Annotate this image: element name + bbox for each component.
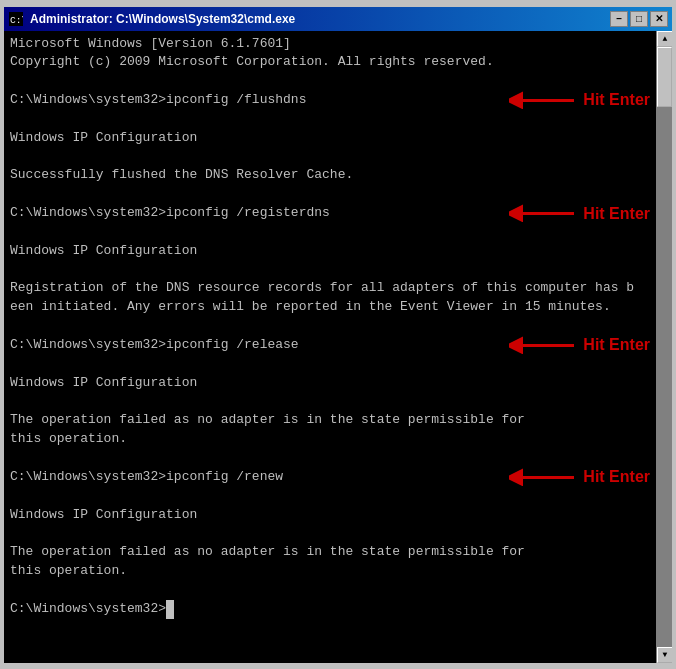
line-14: Registration of the DNS resource records… [10, 279, 650, 298]
line-27 [10, 524, 650, 543]
window-controls: – □ ✕ [610, 11, 668, 27]
arrow-release [509, 335, 579, 355]
arrow-registerdns [509, 204, 579, 224]
scroll-track[interactable] [657, 47, 672, 647]
line-28: The operation failed as no adapter is in… [10, 543, 650, 562]
line-30 [10, 581, 650, 600]
scrollbar[interactable]: ▲ ▼ [656, 31, 672, 663]
terminal-lines: Microsoft Windows [Version 6.1.7601] Cop… [10, 35, 650, 663]
line-17: C:\Windows\system32>ipconfig /release Hi… [10, 336, 650, 355]
line-11 [10, 223, 650, 242]
cmd-text-release: C:\Windows\system32>ipconfig /release [10, 336, 299, 355]
hit-enter-label-3: Hit Enter [583, 334, 650, 357]
arrow-flushdns [509, 90, 579, 110]
svg-text:C:\: C:\ [10, 15, 23, 26]
annotation-registerdns: Hit Enter [509, 202, 650, 225]
line-24: C:\Windows\system32>ipconfig /renew Hit … [10, 468, 650, 487]
line-5 [10, 110, 650, 129]
cmd-icon: C:\ [8, 11, 24, 27]
annotation-renew: Hit Enter [509, 466, 650, 489]
line-2: Copyright (c) 2009 Microsoft Corporation… [10, 53, 650, 72]
line-10: C:\Windows\system32>ipconfig /registerdn… [10, 204, 650, 223]
blank-area [10, 619, 650, 663]
line-31: C:\Windows\system32> [10, 600, 650, 619]
hit-enter-label-2: Hit Enter [583, 202, 650, 225]
line-26: Windows IP Configuration [10, 506, 650, 525]
line-22: this operation. [10, 430, 650, 449]
arrow-renew [509, 467, 579, 487]
line-8: Successfully flushed the DNS Resolver Ca… [10, 166, 650, 185]
line-20 [10, 393, 650, 412]
scroll-up-button[interactable]: ▲ [657, 31, 672, 47]
close-button[interactable]: ✕ [650, 11, 668, 27]
line-19: Windows IP Configuration [10, 374, 650, 393]
restore-button[interactable]: □ [630, 11, 648, 27]
line-18 [10, 355, 650, 374]
scroll-thumb[interactable] [657, 47, 672, 107]
line-13 [10, 261, 650, 280]
cmd-text-renew: C:\Windows\system32>ipconfig /renew [10, 468, 283, 487]
cmd-text-registerdns: C:\Windows\system32>ipconfig /registerdn… [10, 204, 330, 223]
hit-enter-label-4: Hit Enter [583, 466, 650, 489]
scroll-down-button[interactable]: ▼ [657, 647, 672, 663]
cmd-body: Microsoft Windows [Version 6.1.7601] Cop… [4, 31, 672, 663]
cmd-window: C:\ Administrator: C:\Windows\System32\c… [2, 5, 674, 665]
line-6: Windows IP Configuration [10, 129, 650, 148]
annotation-flushdns: Hit Enter [509, 89, 650, 112]
line-12: Windows IP Configuration [10, 242, 650, 261]
cmd-text-flushdns: C:\Windows\system32>ipconfig /flushdns [10, 91, 306, 110]
line-4: C:\Windows\system32>ipconfig /flushdns H… [10, 91, 650, 110]
line-21: The operation failed as no adapter is in… [10, 411, 650, 430]
line-15: een initiated. Any errors will be report… [10, 298, 650, 317]
terminal-output[interactable]: Microsoft Windows [Version 6.1.7601] Cop… [4, 31, 656, 663]
title-bar: C:\ Administrator: C:\Windows\System32\c… [4, 7, 672, 31]
annotation-release: Hit Enter [509, 334, 650, 357]
line-29: this operation. [10, 562, 650, 581]
window-title: Administrator: C:\Windows\System32\cmd.e… [30, 12, 604, 26]
minimize-button[interactable]: – [610, 11, 628, 27]
hit-enter-label-1: Hit Enter [583, 89, 650, 112]
line-7 [10, 148, 650, 167]
line-1: Microsoft Windows [Version 6.1.7601] [10, 35, 650, 54]
line-25 [10, 487, 650, 506]
